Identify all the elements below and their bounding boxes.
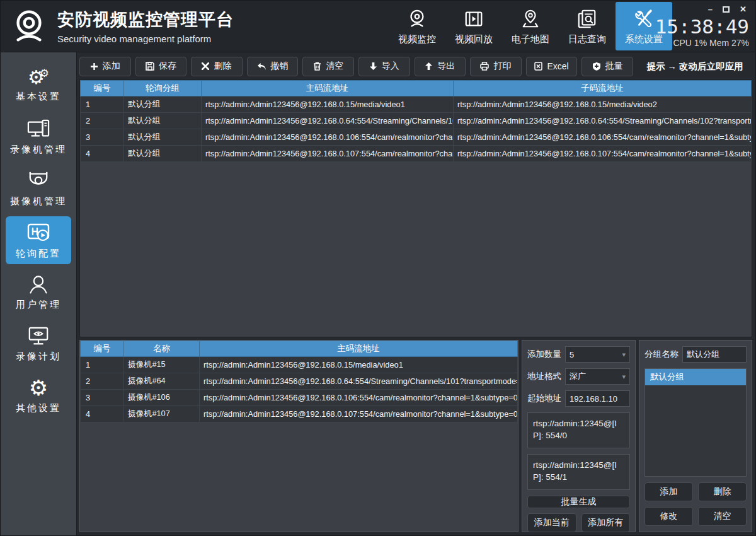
col-header-id[interactable]: 编号 [81,341,124,357]
button-label: 打印 [493,61,511,72]
nav-item-video-monitor[interactable]: 视频监控 [389,1,445,52]
nav-item-log-query[interactable]: 日志查询 [559,1,616,52]
batch-button[interactable]: 批量 [581,57,633,76]
plus-icon [90,62,98,71]
col-header-main-stream[interactable]: 主码流地址 [200,341,518,357]
cell-main-stream: rtsp://admin:Admin123456@192.168.0.15/me… [200,357,518,373]
toolbar: 添加 保存 删除 撤销 清空 [79,54,752,78]
camera-table-header-row: 编号 名称 主码流地址 [81,341,518,357]
sub-stream-template-box[interactable]: rtsp://admin:12345@[IP]: 554/1 [527,454,630,490]
webcam-icon [406,7,428,30]
sidebar-item-recorder-mgmt[interactable]: 录像机管理 [6,113,71,161]
cpu-mem-status: CPU 1% Mem 27% [673,38,749,48]
cell-main-stream: rtsp://admin:Admin123456@192.168.0.107:5… [202,146,454,162]
import-button[interactable]: 导入 [358,57,410,76]
nav-label: 视频监控 [398,33,436,45]
sidebar-item-label: 其他设置 [16,402,61,414]
main-content: 添加 保存 删除 撤销 清空 [77,52,755,535]
arrow-up-icon [425,62,433,71]
col-header-sub-stream[interactable]: 子码流地址 [454,81,752,96]
sidebar-item-polling-config[interactable]: 轮询配置 [6,216,71,264]
export-button[interactable]: 导出 [415,57,466,76]
table-row[interactable]: 4 摄像机#107 rtsp://admin:Admin123456@192.1… [81,406,518,422]
table-row[interactable]: 3 默认分组 rtsp://admin:Admin123456@192.168.… [81,129,752,146]
excel-doc-icon [534,62,542,71]
sidebar-item-basic-settings[interactable]: ⚙⚙ 基本设置 [6,61,71,109]
sidebar: ⚙⚙ 基本设置 录像机管理 [1,52,77,535]
add-count-dropdown[interactable]: 5 ▾ [565,346,630,363]
group-modify-button[interactable]: 修改 [644,507,693,526]
camera-table-panel: 编号 名称 主码流地址 1 摄像机#15 rtsp://admin:Admin1… [79,340,518,532]
sidebar-item-label: 录像计划 [16,351,61,363]
sidebar-item-user-mgmt[interactable]: 用户管理 [6,268,71,316]
clear-button[interactable]: 清空 [302,57,354,76]
polling-table-header-row: 编号 轮询分组 主码流地址 子码流地址 [81,81,752,96]
start-address-label: 起始地址 [527,393,561,404]
group-add-button[interactable]: 添加 [644,482,693,501]
app-logo-webcam-icon [9,7,49,46]
col-header-name[interactable]: 名称 [124,341,200,357]
minimize-button[interactable]: – [708,6,713,13]
cell-sub-stream: rtsp://admin:Admin123456@192.168.0.107:5… [454,146,752,162]
col-header-group[interactable]: 轮询分组 [124,81,202,96]
table-row[interactable]: 1 摄像机#15 rtsp://admin:Admin123456@192.16… [81,357,518,373]
cell-sub-stream: rtsp://admin:Admin123456@192.168.0.106:5… [454,129,752,146]
add-current-button[interactable]: 添加当前 [527,513,576,532]
table-row[interactable]: 4 默认分组 rtsp://admin:Admin123456@192.168.… [81,146,752,162]
sidebar-item-label: 轮询配置 [16,248,61,260]
group-delete-button[interactable]: 删除 [698,482,747,501]
cell-main-stream: rtsp://admin:Admin123456@192.168.0.107:5… [200,406,518,422]
app-title: 安防视频监控管理平台 [57,8,234,31]
add-button[interactable]: 添加 [79,57,131,76]
film-playback-icon [463,7,484,30]
undo-button[interactable]: 撤销 [247,57,299,76]
batch-generate-button[interactable]: 批量生成 [527,496,630,508]
print-button[interactable]: 打印 [470,57,522,76]
header-bar: 安防视频监控管理平台 Security video management pla… [1,1,755,52]
add-all-button[interactable]: 添加所有 [581,513,631,532]
save-button[interactable]: 保存 [135,57,187,76]
add-count-label: 添加数量 [527,349,561,360]
sidebar-item-label: 用户管理 [16,299,61,311]
cell-name: 摄像机#106 [124,390,200,406]
close-button[interactable]: ✕ [740,6,747,13]
cell-name: 摄像机#15 [124,357,200,373]
list-item-group[interactable]: 默认分组 [645,369,746,385]
table-row[interactable]: 2 默认分组 rtsp://admin:Admin123456@192.168.… [81,113,752,129]
nav-label: 电子地图 [512,33,549,45]
sidebar-item-other-settings[interactable]: ⚙ 其他设置 [6,371,71,419]
col-header-id[interactable]: 编号 [81,81,124,96]
sidebar-item-camera-mgmt[interactable]: 摄像机管理 [6,165,71,213]
sidebar-item-record-plan[interactable]: 录像计划 [6,320,71,368]
group-name-label: 分组名称 [644,349,679,360]
address-format-dropdown[interactable]: 深广 ▾ [565,368,630,385]
gears-icon: ⚙⚙ [28,68,49,87]
printer-icon [480,62,489,71]
apply-tip: 提示 → 改动后立即应用 [638,57,752,76]
start-address-input[interactable] [565,390,630,407]
button-label: 批量 [605,61,623,72]
group-clear-button[interactable]: 清空 [698,507,747,526]
delete-button[interactable]: 删除 [191,57,243,76]
cell-sub-stream: rtsp://admin:Admin123456@192.168.0.64:55… [454,113,752,129]
cell-group: 默认分组 [124,146,202,162]
maximize-button[interactable] [723,6,730,13]
app-titles: 安防视频监控管理平台 Security video management pla… [57,8,234,44]
table-row[interactable]: 2 摄像机#64 rtsp://admin:Admin123456@192.16… [81,373,518,390]
batch-generate-panel: 添加数量 5 ▾ 地址格式 深广 ▾ 起始地址 [522,340,636,532]
gear-icon: ⚙ [29,377,48,399]
main-stream-template-box[interactable]: rtsp://admin:12345@[IP]: 554/0 [527,412,630,448]
nav-item-e-map[interactable]: 电子地图 [502,1,559,52]
nav-item-video-playback[interactable]: 视频回放 [445,1,502,52]
excel-button[interactable]: Excel [526,57,578,76]
nvr-computer-icon [26,119,51,140]
group-name-input[interactable] [682,346,747,363]
table-row[interactable]: 3 摄像机#106 rtsp://admin:Admin123456@192.1… [81,390,518,406]
polling-table-panel: 编号 轮询分组 主码流地址 子码流地址 1 默认分组 rtsp://admin:… [79,79,752,337]
table-row[interactable]: 1 默认分组 rtsp://admin:Admin123456@192.168.… [81,96,752,113]
tools-icon [633,7,655,30]
plus-badge-icon [592,62,601,71]
group-panel: 分组名称 默认分组 添加 删除 修改 清空 [639,340,752,532]
col-header-main-stream[interactable]: 主码流地址 [202,81,454,96]
cell-id: 3 [81,390,124,406]
